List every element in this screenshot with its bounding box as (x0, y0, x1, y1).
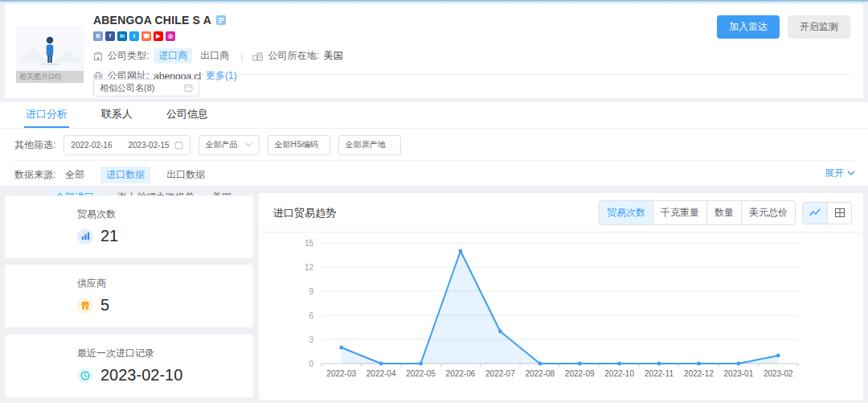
hs-code-filter-select[interactable]: 全部HS编码 (268, 135, 330, 155)
filter-row: 其他筛选: 2022-02-16 2023-02-15 全部产品 全部HS编码 (0, 134, 868, 155)
website-more-link[interactable]: 更多(1) (206, 69, 237, 83)
chart-point[interactable] (617, 362, 621, 366)
chart-point[interactable] (776, 354, 780, 358)
location-icon (252, 51, 263, 61)
facebook-icon[interactable]: f (105, 31, 115, 41)
series-line (342, 251, 779, 364)
similar-company-placeholder: 相似公司名(8) (100, 82, 154, 94)
company-badge-icon[interactable] (216, 15, 226, 25)
x-tick-label: 2022-12 (684, 369, 714, 378)
chart-point[interactable] (538, 362, 542, 366)
join-radar-button[interactable]: 加入雷达 (717, 15, 780, 39)
clock-icon (77, 368, 93, 384)
chevron-down-icon (847, 171, 855, 176)
metric-tab-kg-weight[interactable]: 千克重量 (653, 201, 706, 224)
x-tick-label: 2022-06 (446, 369, 476, 378)
bar-chart-icon (77, 228, 93, 245)
similar-company-select[interactable]: 相似公司名(8) (93, 79, 199, 97)
filter-dotted-divider (14, 160, 854, 161)
y-tick-label: 9 (309, 287, 313, 296)
y-tick-label: 6 (309, 311, 313, 320)
calendar-icon (174, 141, 183, 150)
company-name: ABENGOA CHILE S A (93, 14, 211, 27)
youtube-icon[interactable]: ▶ (154, 31, 163, 41)
x-tick-label: 2022-11 (645, 369, 674, 378)
instagram-icon[interactable]: ◎ (166, 31, 175, 41)
product-filter-select[interactable]: 全部产品 (199, 135, 260, 155)
y-tick-label: 0 (309, 360, 313, 368)
table-view-toggle-button[interactable] (827, 203, 851, 224)
chevron-down-icon (245, 142, 252, 147)
chart-point[interactable] (419, 362, 423, 366)
hs-code-filter-value: 全部HS编码 (275, 139, 318, 150)
chart-point[interactable] (736, 362, 740, 366)
y-tick-label: 15 (305, 239, 314, 248)
blog-icon[interactable]: B (93, 31, 103, 41)
line-chart-toggle-button[interactable] (803, 203, 827, 224)
data-source-export-data[interactable]: 出口数据 (166, 168, 205, 182)
stat-value-suppliers: 5 (100, 296, 109, 315)
stat-card-trade-count: 贸易次数21 (5, 195, 253, 258)
chart-point[interactable] (657, 362, 661, 366)
location-value: 美国 (324, 49, 343, 63)
origin-filter-value: 全部原产地 (346, 139, 386, 150)
trend-chart: 036912152022-032022-042022-052022-062022… (259, 230, 863, 395)
data-source-label: 数据来源: (14, 168, 55, 182)
product-filter-value: 全部产品 (206, 139, 238, 150)
data-source-all[interactable]: 全部 (65, 168, 84, 182)
stat-label-suppliers: 供应商 (77, 277, 253, 290)
x-tick-label: 2022-04 (366, 369, 396, 378)
grid-icon (835, 208, 845, 217)
origin-filter-select[interactable]: 全部原产地 (338, 135, 401, 155)
date-range-picker[interactable]: 2022-02-16 2023-02-15 (63, 135, 190, 155)
trend-chart-card: 进口贸易趋势 贸易次数千克重量数量美元总价 03691215 (259, 193, 863, 400)
stat-label-trade-count: 贸易次数 (77, 208, 253, 221)
company-type-exporter[interactable]: 出口商 (199, 48, 231, 64)
phone-icon[interactable]: ☎ (141, 31, 151, 41)
y-tick-label: 12 (305, 263, 314, 272)
stat-card-latest-import-record: 最近一次进口记录2023-02-10 (5, 335, 253, 397)
tab-contacts[interactable]: 联系人 (100, 102, 134, 128)
start-monitor-button[interactable]: 开启监测 (788, 15, 850, 39)
company-main-info: ABENGOA CHILE S A Bfint☎▶◎ 公司类型: 进口商出口商 … (93, 14, 343, 83)
x-tick-label: 2022-05 (406, 369, 436, 378)
x-tick-label: 2022-07 (485, 369, 515, 378)
company-image[interactable]: 相关图片(20) (16, 26, 84, 83)
chart-point[interactable] (379, 362, 383, 366)
header-dotted-divider (93, 74, 850, 75)
chart-point[interactable] (697, 362, 701, 366)
x-tick-label: 2023-01 (724, 369, 754, 378)
metric-tab-trade-count[interactable]: 贸易次数 (600, 201, 653, 224)
x-tick-label: 2022-10 (604, 369, 634, 378)
chart-point[interactable] (459, 249, 463, 253)
metric-tab-quantity[interactable]: 数量 (706, 201, 741, 224)
twitter-icon[interactable]: t (129, 31, 139, 41)
chart-point[interactable] (578, 362, 582, 366)
tab-company-info[interactable]: 公司信息 (165, 102, 210, 128)
expand-link[interactable]: 展开 (825, 167, 855, 180)
linkedin-icon[interactable]: in (117, 31, 127, 41)
y-tick-label: 3 (309, 335, 313, 344)
shop-icon (77, 298, 93, 314)
company-type-importer[interactable]: 进口商 (154, 48, 192, 64)
x-tick-label: 2023-02 (764, 369, 793, 378)
stat-card-suppliers: 供应商5 (5, 265, 253, 327)
chart-point[interactable] (339, 346, 343, 350)
related-images-label[interactable]: 相关图片(20) (16, 71, 84, 83)
stat-value-latest-import-record: 2023-02-10 (100, 366, 182, 384)
x-tick-label: 2022-08 (525, 369, 555, 378)
page-top-accent-strip (0, 0, 868, 2)
stat-value-trade-count: 21 (100, 227, 118, 245)
expand-label: 展开 (825, 167, 844, 180)
data-source-options: 全部进口数据出口数据 (65, 167, 205, 183)
chart-type-toggle (802, 202, 852, 224)
other-filter-label: 其他筛选: (14, 138, 55, 152)
company-type-chips: 进口商出口商 (154, 48, 231, 64)
data-source-import-data[interactable]: 进口数据 (100, 167, 150, 183)
analysis-section: 进口分析联系人公司信息 其他筛选: 2022-02-16 2023-02-15 … (0, 102, 868, 186)
metric-tab-usd-total[interactable]: 美元总价 (741, 201, 795, 224)
chart-point[interactable] (498, 330, 502, 334)
tab-import-analysis[interactable]: 进口分析 (24, 102, 69, 128)
chart-title: 进口贸易趋势 (273, 206, 336, 220)
series-area (342, 251, 779, 364)
